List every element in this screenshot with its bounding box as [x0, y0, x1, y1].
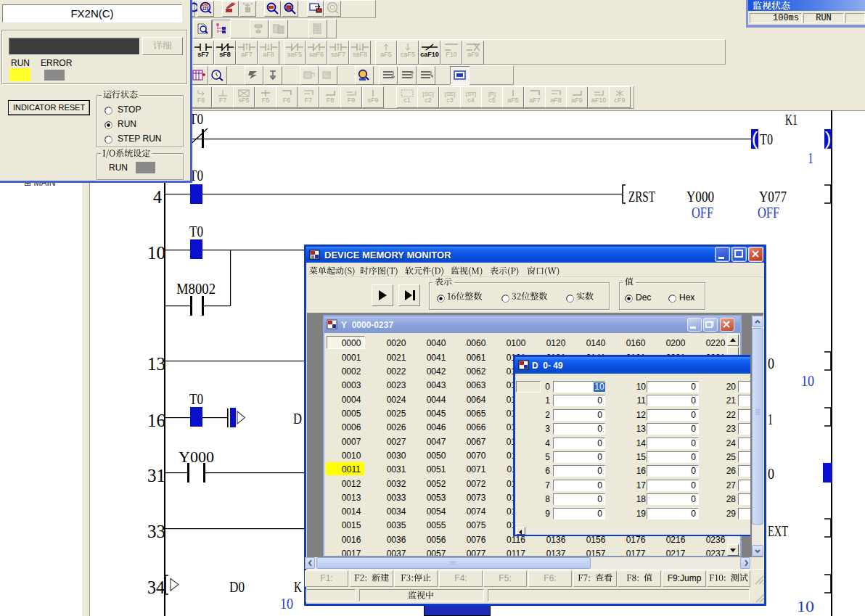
- svg-text:OFF: OFF: [758, 205, 779, 221]
- svg-text:10: 10: [147, 242, 165, 263]
- svg-text:16: 16: [147, 410, 165, 431]
- svg-text:EXT: EXT: [768, 522, 788, 540]
- svg-text:T0: T0: [189, 223, 203, 240]
- svg-text:K1: K1: [785, 111, 798, 128]
- svg-text:4: 4: [153, 186, 162, 208]
- svg-text:10: 10: [280, 596, 293, 612]
- svg-text:10: 10: [801, 372, 814, 390]
- svg-text:Y077: Y077: [759, 188, 787, 205]
- svg-text:ZRST: ZRST: [628, 188, 655, 205]
- svg-text:T0: T0: [760, 131, 773, 148]
- svg-text:13: 13: [147, 353, 165, 374]
- svg-text:Y000: Y000: [686, 188, 714, 205]
- svg-text:(: (: [752, 128, 758, 149]
- svg-text:33: 33: [147, 521, 165, 542]
- svg-text:T0: T0: [189, 390, 203, 408]
- svg-text:M8002: M8002: [176, 280, 216, 297]
- svg-text:D: D: [293, 410, 302, 427]
- svg-text:OFF: OFF: [692, 205, 713, 221]
- svg-text:10: 10: [797, 598, 814, 615]
- svg-text:Y000: Y000: [179, 448, 214, 466]
- svg-text:31: 31: [147, 465, 165, 486]
- svg-text:K: K: [294, 578, 302, 596]
- svg-text:0: 0: [768, 465, 774, 482]
- svg-text:0: 0: [768, 355, 774, 372]
- svg-text:34: 34: [147, 577, 165, 598]
- svg-text:): ): [825, 128, 832, 149]
- svg-text:1: 1: [808, 149, 813, 167]
- svg-text:D0: D0: [229, 578, 245, 596]
- svg-text:1: 1: [768, 411, 773, 428]
